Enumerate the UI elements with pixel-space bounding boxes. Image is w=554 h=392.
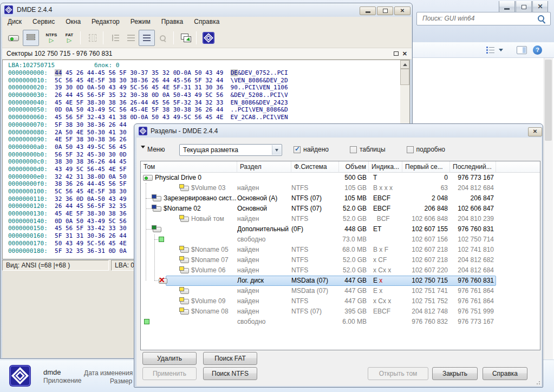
windows-arrow-icon xyxy=(181,34,191,42)
partition-row-6[interactable]: свободно73.0 MB102 607 156102 750 714 xyxy=(141,234,540,245)
partition-row-13[interactable]: $Noname 08найденNTFS (07)395 GBEBCF204 8… xyxy=(141,306,540,317)
maximize-icon[interactable] xyxy=(394,51,399,56)
drive-icon xyxy=(143,174,153,181)
combobox-dropdown[interactable] xyxy=(272,145,281,155)
partition-row-12[interactable]: $Volume 09найденNTFS447 GBx Cx x102 751 … xyxy=(141,296,540,306)
hex-row: 0000000010: 5C 56 45 4E-5F 38 30 38-36 2… xyxy=(8,77,288,84)
partition-row-4[interactable]: Новый томнайденNTFS52.0 GB BCF102 606 84… xyxy=(141,214,540,224)
size-label: Размер xyxy=(110,377,132,385)
partition-row-3[interactable]: $Noname 02ОсновнойNTFS (07)52.0 GBEBCF20… xyxy=(141,204,540,214)
menu-item-3[interactable]: Редактор xyxy=(86,17,125,27)
column-header-5[interactable]: Индика... xyxy=(369,161,402,173)
tree-view-button[interactable] xyxy=(107,30,123,46)
search-view-button[interactable] xyxy=(154,30,171,46)
partition-row-11[interactable]: найденMSData (07)447 GBE x102 751 741976… xyxy=(141,286,540,296)
search-placeholder: Поиск: GUI win64 xyxy=(422,15,474,22)
minimize-icon xyxy=(366,11,370,13)
dmde-home-button[interactable] xyxy=(200,30,217,46)
column-header-4[interactable]: Объем xyxy=(339,161,369,173)
partition-row-0[interactable]: Physical Drive 0500 GBT0976 773 167 xyxy=(141,173,540,183)
main-minimize-button[interactable] xyxy=(360,6,376,15)
search-fat-button[interactable]: Поиск FAT xyxy=(203,352,257,365)
combobox-value: Текущая разметка xyxy=(183,146,238,154)
delete-button[interactable]: Удалить xyxy=(142,352,197,365)
partition-row-2[interactable]: Зарезервировано сист...Основной (А)NTFS … xyxy=(141,193,540,204)
dropdown-icon xyxy=(141,146,145,151)
open-volume-button[interactable] xyxy=(178,30,194,46)
partition-row-14[interactable]: свободно6.00 MB976 760 832976 773 167 xyxy=(141,317,540,327)
view-mode-icon[interactable] xyxy=(486,46,495,54)
main-restore-button[interactable] xyxy=(377,6,393,15)
partition-row-5[interactable]: Дополнительный(0F)448 GBET102 607 155976… xyxy=(141,224,540,234)
partition-row-1[interactable]: $Volume 03найденNTFS105 GBB x x x63204 8… xyxy=(141,183,540,193)
hex-row: 0000000000: 44 45 26 44-45 56 5F 30-37 3… xyxy=(8,69,288,77)
fat-search-button[interactable]: FAT ▷ xyxy=(61,30,77,46)
dialog-menu-button[interactable]: Меню xyxy=(141,146,165,153)
scrollbar-thumb[interactable] xyxy=(400,69,409,85)
volume-icon xyxy=(179,256,189,263)
column-header-6[interactable]: Первый се... xyxy=(402,161,450,173)
volumes-button[interactable] xyxy=(23,30,39,46)
primary-icon xyxy=(152,194,161,201)
new-scan-button[interactable] xyxy=(84,30,101,46)
date-modified-label: Дата изменения xyxy=(84,369,133,377)
column-header-7[interactable]: Последний... xyxy=(450,161,496,173)
toolbar-separator xyxy=(80,31,81,44)
menu-item-0[interactable]: Диск xyxy=(2,17,27,27)
partition-row-10[interactable]: Лог. дискMSData (07)447 GBE x102 750 715… xyxy=(141,276,540,286)
close-button[interactable]: Закрыть xyxy=(432,367,478,380)
scroll-up-button[interactable] xyxy=(400,60,409,69)
menu-item-5[interactable]: Правка xyxy=(156,17,189,27)
menu-item-2[interactable]: Окна xyxy=(60,17,86,27)
open-volume-button[interactable]: Открыть том xyxy=(368,367,428,380)
help-icon[interactable]: ? xyxy=(533,45,542,55)
column-header-2[interactable]: Раздел xyxy=(237,161,291,173)
view-mode-dropdown-icon[interactable] xyxy=(499,49,503,54)
ptable-body: Physical Drive 0500 GBT0976 773 167$Volu… xyxy=(141,173,540,350)
resize-grip[interactable] xyxy=(535,379,540,384)
dialog-close-button[interactable]: ✕ xyxy=(528,127,542,136)
primary-icon xyxy=(152,205,161,212)
explorer-scrollbar-thumb[interactable] xyxy=(545,60,552,141)
close-icon[interactable]: ✕ xyxy=(402,50,407,57)
toolbar-separator xyxy=(103,31,103,44)
main-window-title: DMDE 2.4.4 xyxy=(17,6,52,14)
partition-row-7[interactable]: $Noname 05найденNTFS68.0 MBB x F102 607 … xyxy=(141,245,540,255)
checkbox-подробно[interactable]: подробно xyxy=(407,146,445,153)
menu-item-6[interactable]: Справка xyxy=(188,17,225,27)
ntfs-search-button[interactable]: NTFS ▷ xyxy=(43,30,60,46)
partition-row-9[interactable]: $Volume 06найденNTFS52.0 GBx Cx x102 607… xyxy=(141,265,540,276)
menu-item-4[interactable]: Режим xyxy=(125,17,156,27)
volume-icon xyxy=(179,215,189,222)
search-ntfs-button[interactable]: Поиск NTFS xyxy=(203,367,257,380)
help-button[interactable]: Справка xyxy=(483,367,527,380)
search-icon[interactable] xyxy=(538,15,546,23)
unchecked-icon xyxy=(350,146,357,153)
hex-lba-line: LBA:102750715 блок: 0 xyxy=(8,62,119,69)
checkbox-найдено[interactable]: найдено xyxy=(294,146,329,153)
explorer-search-input[interactable]: Поиск: GUI win64 xyxy=(416,12,551,25)
dialog-checkboxes: найденотаблицыподробно xyxy=(294,146,445,153)
partition-row-8[interactable]: $Noname 07найденNTFS52.0 GBx CF102 607 2… xyxy=(141,255,540,265)
column-header-1[interactable]: Том xyxy=(141,161,237,173)
layout-combobox[interactable]: Текущая разметка xyxy=(179,144,282,156)
preview-pane-icon[interactable] xyxy=(517,46,527,54)
arrow-up-icon xyxy=(403,61,407,66)
close-icon: ✕ xyxy=(529,128,542,135)
checked-icon xyxy=(294,146,301,153)
column-header-3[interactable]: Ф.Система xyxy=(291,161,339,173)
dmde-logo-icon xyxy=(139,127,147,135)
details-view-icon xyxy=(143,35,151,41)
column-header-filler[interactable] xyxy=(496,161,540,173)
details-view-button[interactable] xyxy=(139,30,155,46)
lba-value: LBA:102750715 xyxy=(8,62,55,69)
apply-button[interactable]: Применить xyxy=(142,367,197,380)
volumes-icon xyxy=(27,34,35,42)
list-view-button[interactable] xyxy=(123,30,139,46)
menu-item-1[interactable]: Сервис xyxy=(27,17,60,27)
main-close-button[interactable]: ✕ xyxy=(394,6,410,15)
volume-icon xyxy=(179,287,189,294)
checkbox-таблицы[interactable]: таблицы xyxy=(350,146,386,153)
block-value: блок: 0 xyxy=(94,62,119,69)
disk-button[interactable] xyxy=(5,30,22,46)
